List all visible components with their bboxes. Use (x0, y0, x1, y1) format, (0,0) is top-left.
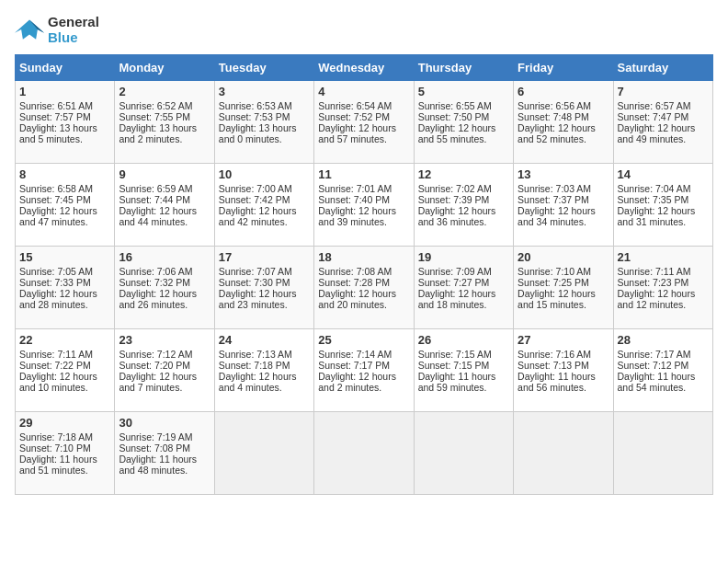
day-info: Daylight: 12 hours and 12 minutes. (618, 288, 709, 310)
day-info: Daylight: 11 hours and 56 minutes. (518, 371, 609, 393)
day-info: Sunset: 7:08 PM (119, 442, 210, 454)
day-info: Daylight: 12 hours and 4 minutes. (219, 371, 310, 393)
day-info: Sunrise: 6:54 AM (318, 100, 409, 111)
day-info: Sunset: 7:39 PM (418, 194, 509, 205)
calendar-cell: 9Sunrise: 6:59 AMSunset: 7:44 PMDaylight… (115, 164, 214, 247)
day-number: 5 (418, 85, 509, 98)
logo: General Blue (15, 15, 99, 45)
day-info: Daylight: 12 hours and 49 minutes. (618, 122, 709, 144)
calendar-cell: 6Sunrise: 6:56 AMSunset: 7:48 PMDaylight… (514, 81, 613, 164)
day-info: Sunrise: 7:17 AM (618, 349, 709, 360)
day-info: Sunset: 7:18 PM (219, 360, 310, 371)
day-info: Sunset: 7:45 PM (19, 194, 110, 205)
day-info: Sunrise: 7:10 AM (518, 266, 609, 277)
calendar-cell: 12Sunrise: 7:02 AMSunset: 7:39 PMDayligh… (414, 164, 513, 247)
day-number: 20 (518, 250, 609, 264)
calendar-cell (314, 412, 414, 495)
day-info: Sunset: 7:35 PM (618, 194, 709, 205)
calendar-cell (214, 412, 313, 495)
day-info: Sunrise: 7:16 AM (518, 349, 609, 360)
calendar-cell (613, 412, 712, 495)
col-header-tuesday: Tuesday (214, 55, 313, 81)
calendar-cell (414, 412, 513, 495)
day-number: 12 (418, 167, 509, 181)
day-info: Sunrise: 7:19 AM (119, 431, 210, 442)
day-number: 9 (119, 167, 210, 181)
day-info: Sunset: 7:22 PM (19, 360, 110, 371)
day-info: Sunrise: 7:09 AM (418, 266, 509, 277)
calendar-cell: 20Sunrise: 7:10 AMSunset: 7:25 PMDayligh… (514, 247, 613, 329)
calendar-cell: 18Sunrise: 7:08 AMSunset: 7:28 PMDayligh… (314, 247, 414, 329)
day-info: Sunrise: 7:00 AM (219, 183, 310, 194)
day-info: Sunrise: 7:13 AM (219, 349, 310, 360)
day-info: Sunrise: 7:05 AM (19, 266, 110, 277)
day-info: Sunrise: 7:08 AM (318, 266, 409, 277)
day-number: 27 (518, 333, 609, 347)
day-number: 21 (618, 250, 709, 264)
calendar-cell: 7Sunrise: 6:57 AMSunset: 7:47 PMDaylight… (613, 81, 712, 164)
day-info: Sunrise: 7:01 AM (318, 183, 409, 194)
week-row-4: 22Sunrise: 7:11 AMSunset: 7:22 PMDayligh… (16, 329, 713, 412)
day-info: Sunset: 7:23 PM (618, 277, 709, 288)
calendar-cell: 16Sunrise: 7:06 AMSunset: 7:32 PMDayligh… (115, 247, 214, 329)
day-number: 8 (19, 167, 110, 181)
day-number: 11 (318, 167, 409, 181)
day-number: 22 (19, 333, 110, 347)
calendar-cell: 10Sunrise: 7:00 AMSunset: 7:42 PMDayligh… (214, 164, 313, 247)
day-number: 30 (119, 416, 210, 430)
day-info: Daylight: 12 hours and 42 minutes. (219, 205, 310, 227)
calendar-cell: 29Sunrise: 7:18 AMSunset: 7:10 PMDayligh… (16, 412, 115, 495)
day-info: Sunset: 7:52 PM (318, 111, 409, 122)
day-info: Daylight: 12 hours and 52 minutes. (518, 122, 609, 144)
day-info: Sunrise: 6:51 AM (19, 100, 110, 111)
day-number: 7 (618, 85, 709, 98)
calendar-cell: 5Sunrise: 6:55 AMSunset: 7:50 PMDaylight… (414, 81, 513, 164)
day-info: Daylight: 13 hours and 0 minutes. (219, 122, 310, 144)
calendar-cell: 2Sunrise: 6:52 AMSunset: 7:55 PMDaylight… (115, 81, 214, 164)
day-info: Sunset: 7:30 PM (219, 277, 310, 288)
day-info: Sunrise: 7:02 AM (418, 183, 509, 194)
day-info: Sunset: 7:17 PM (318, 360, 409, 371)
day-info: Daylight: 12 hours and 57 minutes. (318, 122, 409, 144)
day-info: Daylight: 12 hours and 26 minutes. (119, 288, 210, 310)
col-header-saturday: Saturday (613, 55, 712, 81)
day-info: Daylight: 12 hours and 34 minutes. (518, 205, 609, 227)
day-info: Sunset: 7:20 PM (119, 360, 210, 371)
calendar-cell: 1Sunrise: 6:51 AMSunset: 7:57 PMDaylight… (16, 81, 115, 164)
day-info: Sunset: 7:57 PM (19, 111, 110, 122)
calendar-table: SundayMondayTuesdayWednesdayThursdayFrid… (15, 54, 713, 495)
day-info: Daylight: 11 hours and 59 minutes. (418, 371, 509, 393)
calendar-cell: 8Sunrise: 6:58 AMSunset: 7:45 PMDaylight… (16, 164, 115, 247)
day-info: Daylight: 12 hours and 36 minutes. (418, 205, 509, 227)
header: General Blue (15, 15, 713, 45)
day-number: 14 (618, 167, 709, 181)
day-info: Sunset: 7:47 PM (618, 111, 709, 122)
calendar-cell: 28Sunrise: 7:17 AMSunset: 7:12 PMDayligh… (613, 329, 712, 412)
day-info: Sunrise: 7:14 AM (318, 349, 409, 360)
day-info: Sunrise: 7:15 AM (418, 349, 509, 360)
day-info: Sunset: 7:55 PM (119, 111, 210, 122)
day-number: 29 (19, 416, 110, 430)
col-header-sunday: Sunday (16, 55, 115, 81)
calendar-cell: 3Sunrise: 6:53 AMSunset: 7:53 PMDaylight… (214, 81, 313, 164)
day-info: Sunset: 7:50 PM (418, 111, 509, 122)
day-info: Daylight: 13 hours and 2 minutes. (119, 122, 210, 144)
day-info: Sunrise: 6:53 AM (219, 100, 310, 111)
day-number: 2 (119, 85, 210, 98)
day-info: Daylight: 12 hours and 28 minutes. (19, 288, 110, 310)
day-info: Sunset: 7:40 PM (318, 194, 409, 205)
calendar-cell: 11Sunrise: 7:01 AMSunset: 7:40 PMDayligh… (314, 164, 414, 247)
day-number: 15 (19, 250, 110, 264)
day-info: Daylight: 12 hours and 55 minutes. (418, 122, 509, 144)
day-info: Sunrise: 7:07 AM (219, 266, 310, 277)
day-number: 13 (518, 167, 609, 181)
day-info: Daylight: 13 hours and 5 minutes. (19, 122, 110, 144)
day-number: 6 (518, 85, 609, 98)
day-info: Sunrise: 7:03 AM (518, 183, 609, 194)
day-info: Sunset: 7:42 PM (219, 194, 310, 205)
day-number: 4 (318, 85, 409, 98)
week-row-5: 29Sunrise: 7:18 AMSunset: 7:10 PMDayligh… (16, 412, 713, 495)
logo-text: General Blue (48, 15, 99, 45)
day-info: Daylight: 12 hours and 44 minutes. (119, 205, 210, 227)
col-header-friday: Friday (514, 55, 613, 81)
